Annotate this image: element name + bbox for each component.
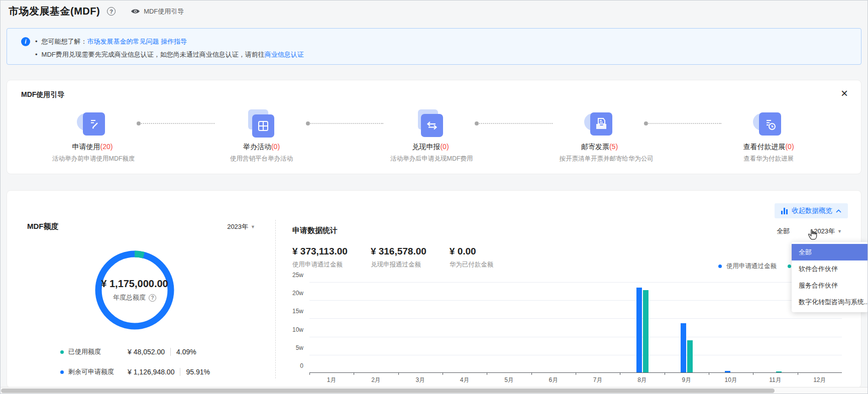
step-desc: 活动举办后申请兑现MDF费用 — [390, 155, 471, 163]
document-clock-icon — [759, 112, 781, 136]
step-label: 兑现申报(0) — [390, 143, 471, 152]
bar-使用申请通过金额-9月[interactable] — [681, 323, 686, 372]
quota-donut-chart: ¥ 1,175,000.00 年度总额度 — [91, 247, 178, 333]
banner-line-2: MDF费用兑现需要先完成商业信息认证，如您尚未通过商业信息认证，请前往商业信息认… — [35, 48, 304, 61]
quota-help-icon[interactable] — [149, 294, 156, 302]
step-payment-progress[interactable]: 查看付款进展(0) 查看华为付款进展 — [728, 109, 809, 163]
stat-huawei-paid: ¥ 0.00 华为已付款金额 — [450, 246, 494, 269]
x-tick-label: 5月 — [504, 376, 514, 384]
legend-row-remaining: 剩余可申请额度 ¥ 1,126,948.00 95.91% — [60, 367, 210, 376]
mdf-page: 市场发展基金(MDF) MDF使用引导 您可能想了解：市场发展基金的常见问题 操… — [0, 0, 868, 394]
step-count: (0) — [440, 143, 449, 151]
x-axis-tick — [753, 373, 753, 375]
step-connector — [645, 123, 722, 124]
y-tick-label: 20w — [292, 290, 303, 297]
x-axis-labels: 1月2月3月4月5月6月7月8月9月10月11月12月 — [309, 376, 842, 384]
step-connector — [476, 123, 553, 124]
page-title: 市场发展基金(MDF) — [9, 5, 100, 18]
y-tick-label: 0 — [300, 362, 303, 369]
step-redeem[interactable]: 兑现申报(0) 活动举办后申请兑现MDF费用 — [390, 109, 471, 163]
scrollbar-thumb[interactable] — [1, 388, 775, 393]
bar-兑现申报通过金额-11月[interactable] — [776, 371, 782, 372]
y-tick-label: 25w — [292, 272, 303, 279]
bar-使用申请通过金额-10月[interactable] — [725, 371, 730, 372]
x-tick-label: 3月 — [415, 376, 425, 384]
step-count: (5) — [609, 143, 618, 151]
operation-guide-link[interactable]: 操作指导 — [161, 38, 187, 45]
stats-section: 申请数据统计 全部 2023年▼ ¥ 373,113.00 使用申请通过金额 ¥… — [281, 191, 861, 387]
step-label: 举办活动(0) — [222, 143, 302, 152]
step-count: (20) — [100, 143, 113, 151]
remaining-dot — [60, 370, 64, 374]
guide-toggle[interactable]: MDF使用引导 — [131, 7, 184, 16]
chevron-down-icon: ▼ — [837, 229, 842, 234]
x-tick-label: 4月 — [460, 376, 470, 384]
x-tick-label: 9月 — [682, 376, 691, 384]
x-axis-tick — [665, 373, 665, 375]
x-tick-label: 12月 — [813, 376, 826, 384]
x-axis-tick — [398, 373, 399, 375]
annual-total-amount: ¥ 1,175,000.00 — [101, 278, 168, 290]
guide-toggle-label: MDF使用引导 — [144, 7, 184, 16]
gridline — [309, 318, 842, 319]
guide-panel-title: MDF使用引导 — [21, 90, 64, 99]
dropdown-option-digital[interactable]: 数字化转型咨询与系统... — [792, 294, 868, 310]
step-desc: 按开票清单开票并邮寄给华为公司 — [560, 155, 640, 163]
business-cert-link[interactable]: 商业信息认证 — [265, 51, 304, 58]
y-tick-label: 5w — [296, 344, 303, 351]
x-axis-tick — [487, 373, 487, 375]
stat-cards: ¥ 373,113.00 使用申请通过金额 ¥ 316,578.00 兑现申报通… — [292, 246, 493, 269]
step-count: (0) — [271, 143, 280, 151]
partner-dropdown-menu: 全部 软件合作伙伴 服务合作伙伴 数字化转型咨询与系统... — [792, 242, 868, 312]
annual-total-label: 年度总额度 — [113, 293, 146, 302]
step-apply[interactable]: 申请使用(20) 活动举办前申请使用MDF额度 — [52, 109, 133, 163]
step-label: 邮寄发票(5) — [560, 143, 640, 152]
quota-section: MDF额度 2023年▼ ¥ 1,175,000.00 年度总额度 — [7, 191, 275, 387]
exchange-arrows-icon — [421, 114, 443, 137]
x-axis-tick — [709, 373, 709, 375]
chart-plot — [309, 282, 842, 373]
step-hold-event[interactable]: 举办活动(0) 使用营销平台举办活动 — [222, 109, 302, 163]
data-overview-panel: 收起数据概览 MDF额度 2023年▼ ¥ 1,175,000.00 — [7, 190, 861, 388]
x-axis-tick — [576, 373, 576, 375]
guide-panel: MDF使用引导 × 申请使用(20) 活动举办前申请使用MDF额度 — [7, 80, 861, 174]
dropdown-option-all[interactable]: 全部 — [792, 244, 868, 260]
x-tick-label: 11月 — [769, 376, 781, 384]
cursor-hand-icon — [808, 229, 817, 240]
step-label: 查看付款进展(0) — [728, 143, 809, 152]
bar-使用申请通过金额-8月[interactable] — [636, 288, 642, 372]
quota-year-select[interactable]: 2023年▼ — [227, 222, 255, 231]
x-tick-label: 7月 — [593, 376, 603, 384]
x-axis-tick — [443, 373, 443, 375]
horizontal-scrollbar[interactable] — [1, 387, 867, 393]
quota-title: MDF额度 — [27, 222, 59, 231]
step-label: 申请使用(20) — [52, 143, 133, 152]
step-connector — [138, 123, 214, 124]
gridline — [309, 300, 842, 301]
faq-link[interactable]: 市场发展基金的常见问题 — [87, 38, 159, 45]
x-tick-label: 1月 — [327, 376, 337, 384]
step-mail-invoice[interactable]: 邮寄发票(5) 按开票清单开票并邮寄给华为公司 — [560, 109, 640, 163]
x-tick-label: 2月 — [371, 376, 381, 384]
stats-year-select[interactable]: 2023年▼ — [814, 227, 842, 236]
used-dot — [60, 350, 64, 354]
mail-invoice-icon — [590, 112, 612, 136]
step-desc: 活动举办前申请使用MDF额度 — [52, 155, 133, 163]
gridline — [309, 355, 842, 355]
x-tick-label: 8月 — [637, 376, 647, 384]
info-icon — [21, 37, 30, 46]
x-tick-label: 10月 — [724, 376, 737, 384]
legend-series-blue[interactable]: 使用申请通过金额 — [718, 262, 777, 271]
gridline — [309, 282, 842, 283]
y-axis-labels: 25w20w15w10w5w0 — [281, 279, 303, 369]
y-tick-label: 15w — [292, 308, 303, 315]
info-banner: 您可能想了解：市场发展基金的常见问题 操作指导 MDF费用兑现需要先完成商业信息… — [7, 28, 861, 65]
bar-兑现申报通过金额-9月[interactable] — [687, 340, 693, 372]
bar-兑现申报通过金额-8月[interactable] — [643, 290, 648, 372]
legend-row-used: 已使用额度 ¥ 48,052.00 4.09% — [60, 347, 210, 356]
partner-filter-select[interactable]: 全部 — [777, 227, 790, 236]
help-icon[interactable] — [107, 7, 116, 16]
close-icon[interactable]: × — [841, 87, 848, 99]
dropdown-option-software[interactable]: 软件合作伙伴 — [792, 260, 868, 277]
dropdown-option-service[interactable]: 服务合作伙伴 — [792, 277, 868, 294]
